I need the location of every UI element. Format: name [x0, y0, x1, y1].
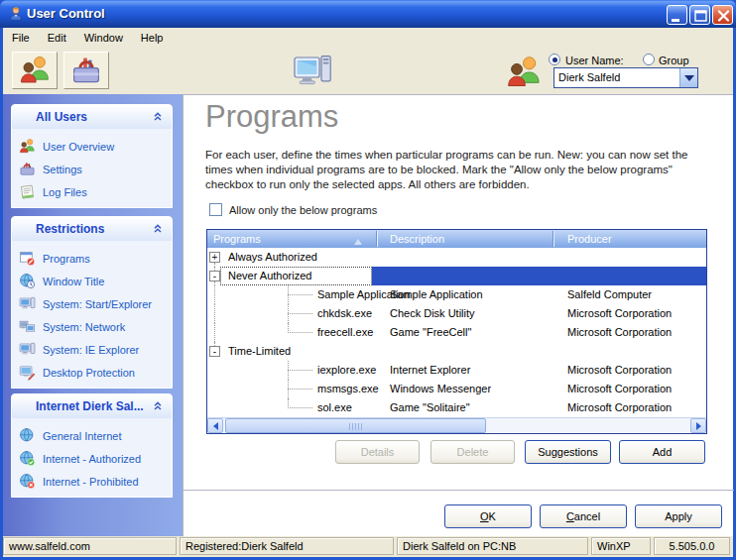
chevron-up-icon[interactable] — [150, 401, 166, 411]
app-window: User Control File Edit Window Help — [0, 0, 736, 560]
chevron-down-icon[interactable] — [679, 68, 697, 87]
user-select[interactable]: Dierk Salfeld — [553, 67, 698, 88]
main-content: Programs For each user, define the times… — [183, 94, 733, 536]
status-version: 5.505.0.0 — [654, 537, 730, 555]
users-toolbar-button[interactable] — [12, 52, 58, 89]
maximize-button[interactable] — [689, 5, 710, 25]
ok-button[interactable]: OK — [444, 504, 532, 528]
status-website: www.salfeld.com — [3, 537, 177, 555]
scrollbar-thumb[interactable] — [225, 418, 486, 433]
user-group-icon — [505, 55, 543, 90]
collapse-icon[interactable]: - — [209, 346, 220, 357]
sidebar-item-system-start-explorer[interactable]: System: Start/Explorer — [12, 292, 172, 315]
chevron-up-icon[interactable] — [150, 224, 166, 234]
scroll-right-icon[interactable] — [690, 418, 706, 433]
sidebar-item-desktop-protection[interactable]: Desktop Protection — [12, 361, 172, 384]
table-group-row[interactable]: -Never Authorized — [207, 267, 706, 285]
sidebar-section-header[interactable]: Internet Dierk Sal... — [12, 394, 172, 418]
suggestions-button[interactable]: Suggestions — [525, 440, 611, 464]
menu-edit[interactable]: Edit — [39, 32, 75, 44]
desktop-icon — [19, 364, 36, 381]
sidebar-item-programs[interactable]: Programs — [12, 247, 172, 270]
chevron-up-icon[interactable] — [150, 112, 166, 122]
sidebar-panel: Internet Dierk Sal...General InternetInt… — [11, 393, 173, 498]
status-registered: Registered:Dierk Salfeld — [180, 537, 394, 555]
table-row[interactable]: msmsgs.exeWindows MessengerMicrosoft Cor… — [207, 380, 706, 398]
sidebar-item-settings[interactable]: Settings — [12, 158, 172, 180]
sidebar-section-header[interactable]: All Users — [12, 105, 172, 129]
sidebar-item-user-overview[interactable]: User Overview — [12, 135, 172, 158]
horizontal-scrollbar[interactable] — [207, 417, 706, 433]
collapse-icon[interactable]: - — [209, 271, 220, 281]
sidebar-item-system-network[interactable]: System: Network — [12, 315, 172, 338]
status-user-pc: Dierk Salfeld on PC:NB — [397, 537, 588, 555]
group-radio[interactable] — [643, 54, 655, 65]
globe-x-icon — [19, 473, 36, 490]
delete-button: Delete — [430, 440, 515, 464]
logfiles-icon — [19, 183, 36, 200]
table-group-row[interactable]: +Always Authorized — [207, 248, 706, 267]
allow-only-checkbox-label[interactable]: Allow only the below programs — [229, 204, 377, 216]
network-icon — [19, 318, 36, 335]
table-row[interactable]: Sample ApplicationSample ApplicationSalf… — [207, 285, 706, 304]
column-divider[interactable] — [552, 231, 554, 247]
sidebar-item-label: Window Title — [43, 276, 104, 287]
sidebar-item-internet-authorized[interactable]: Internet - Authorized — [12, 447, 172, 470]
cell-program: iexplore.exe — [317, 361, 376, 380]
table-row[interactable]: iexplore.exeInternet ExplorerMicrosoft C… — [207, 361, 706, 380]
close-button[interactable] — [712, 5, 733, 25]
menu-help[interactable]: Help — [132, 32, 173, 44]
scroll-left-icon[interactable] — [207, 418, 223, 433]
globe-icon — [19, 427, 36, 444]
menu-file[interactable]: File — [3, 32, 39, 44]
sidebar-item-window-title[interactable]: Window Title — [12, 270, 172, 292]
cancel-button[interactable]: Cancel — [540, 504, 627, 528]
cell-producer: Microsoft Corporation — [567, 304, 672, 323]
settings-toolbar-button[interactable] — [63, 52, 109, 89]
table-row[interactable]: freecell.exeGame "FreeCell"Microsoft Cor… — [207, 323, 706, 342]
sidebar-section-items: General InternetInternet - AuthorizedInt… — [12, 418, 172, 497]
table-row[interactable]: sol.exeGame "Solitaire"Microsoft Corpora… — [207, 398, 706, 417]
sidebar-section-title: Internet Dierk Sal... — [12, 399, 150, 413]
cell-description: Sample Application — [390, 285, 483, 304]
menu-window[interactable]: Window — [75, 32, 132, 44]
table-row[interactable]: chkdsk.exeCheck Disk UtilityMicrosoft Co… — [207, 304, 706, 323]
user-name-radio-label[interactable]: User Name: — [565, 55, 624, 66]
column-divider[interactable] — [376, 231, 378, 247]
sidebar-section-header[interactable]: Restrictions — [12, 217, 172, 241]
sidebar-item-internet-prohibited[interactable]: Internet - Prohibited — [12, 470, 172, 493]
app-icon — [8, 6, 24, 22]
sidebar-item-label: Desktop Protection — [43, 367, 135, 379]
toolbox-icon — [19, 161, 36, 177]
user-name-radio[interactable] — [549, 54, 560, 65]
sidebar-item-label: Programs — [43, 253, 90, 265]
column-header-producer[interactable]: Producer — [567, 230, 612, 248]
sidebar-item-label: System: Start/Explorer — [43, 298, 152, 310]
table-header: Programs Description Producer — [207, 230, 706, 248]
apply-button[interactable]: Apply — [635, 504, 722, 528]
add-button[interactable]: Add — [619, 440, 705, 464]
sidebar-item-general-internet[interactable]: General Internet — [12, 424, 172, 447]
group-radio-label[interactable]: Group — [659, 55, 689, 66]
cell-producer: Microsoft Corporation — [567, 380, 672, 398]
minimize-button[interactable] — [667, 5, 687, 25]
group-label: Time-Limited — [228, 342, 291, 361]
cell-producer: Salfeld Computer — [567, 285, 652, 304]
globe-check-icon — [19, 450, 36, 467]
table-body: +Always Authorized-Never AuthorizedSampl… — [207, 248, 706, 417]
cell-producer: Microsoft Corporation — [567, 361, 672, 380]
cell-producer: Microsoft Corporation — [567, 323, 672, 342]
sidebar-item-label: User Overview — [43, 141, 114, 153]
cell-program: sol.exe — [317, 398, 352, 417]
group-label: Always Authorized — [228, 248, 317, 267]
column-header-programs[interactable]: Programs — [213, 230, 261, 248]
sidebar-item-log-files[interactable]: Log Files — [12, 180, 172, 203]
details-button: Details — [335, 440, 420, 464]
window-title: User Control — [27, 6, 105, 21]
allow-only-checkbox[interactable] — [209, 203, 222, 216]
cell-description: Internet Explorer — [390, 361, 470, 380]
sidebar-item-system-ie-explorer[interactable]: System: IE Explorer — [12, 338, 172, 361]
table-group-row[interactable]: -Time-Limited — [207, 342, 706, 361]
column-header-description[interactable]: Description — [390, 230, 444, 248]
expand-icon[interactable]: + — [209, 252, 220, 263]
